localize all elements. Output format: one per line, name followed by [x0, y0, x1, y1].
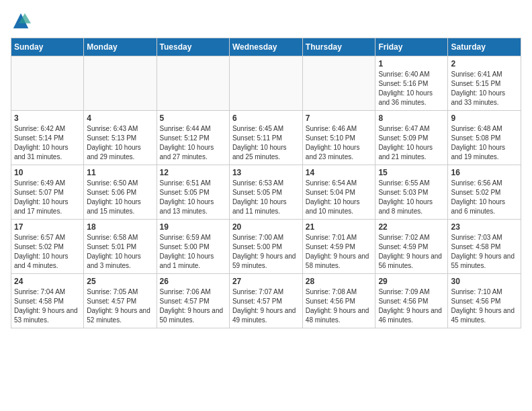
calendar-header-thursday: Thursday: [302, 38, 375, 56]
day-info: Sunrise: 6:47 AMSunset: 5:09 PMDaylight:…: [378, 124, 445, 162]
day-number: 29: [378, 277, 445, 286]
day-info: Sunrise: 7:08 AMSunset: 4:56 PMDaylight:…: [306, 287, 373, 325]
calendar-cell: 6Sunrise: 6:45 AMSunset: 5:11 PMDaylight…: [229, 111, 302, 165]
calendar-header-tuesday: Tuesday: [157, 38, 229, 56]
calendar-cell: 23Sunrise: 7:03 AMSunset: 4:58 PMDayligh…: [448, 220, 521, 274]
calendar-cell: [302, 56, 375, 111]
day-info: Sunrise: 7:09 AMSunset: 4:56 PMDaylight:…: [378, 287, 445, 325]
calendar-header-row: SundayMondayTuesdayWednesdayThursdayFrid…: [11, 38, 521, 56]
day-number: 21: [306, 222, 373, 232]
calendar-cell: 8Sunrise: 6:47 AMSunset: 5:09 PMDaylight…: [375, 111, 448, 165]
calendar-cell: 19Sunrise: 6:59 AMSunset: 5:00 PMDayligh…: [157, 220, 229, 274]
day-info: Sunrise: 6:46 AMSunset: 5:10 PMDaylight:…: [306, 124, 373, 162]
calendar-week-row: 17Sunrise: 6:57 AMSunset: 5:02 PMDayligh…: [11, 220, 521, 274]
day-number: 20: [232, 222, 300, 232]
calendar-cell: 3Sunrise: 6:42 AMSunset: 5:14 PMDaylight…: [11, 111, 84, 165]
day-info: Sunrise: 6:40 AMSunset: 5:16 PMDaylight:…: [378, 70, 445, 107]
calendar-cell: 29Sunrise: 7:09 AMSunset: 4:56 PMDayligh…: [375, 274, 448, 328]
day-number: 10: [14, 168, 81, 177]
day-number: 26: [160, 277, 226, 286]
calendar-cell: 1Sunrise: 6:40 AMSunset: 5:16 PMDaylight…: [375, 56, 448, 111]
day-number: 15: [378, 168, 445, 177]
day-info: Sunrise: 6:48 AMSunset: 5:08 PMDaylight:…: [451, 124, 518, 162]
day-info: Sunrise: 7:01 AMSunset: 4:59 PMDaylight:…: [306, 233, 373, 271]
day-info: Sunrise: 6:43 AMSunset: 5:13 PMDaylight:…: [87, 124, 153, 162]
calendar-header-friday: Friday: [375, 38, 448, 56]
day-number: 24: [14, 277, 81, 286]
day-info: Sunrise: 6:49 AMSunset: 5:07 PMDaylight:…: [14, 179, 81, 216]
calendar-cell: [11, 56, 84, 111]
day-info: Sunrise: 6:51 AMSunset: 5:05 PMDaylight:…: [160, 179, 226, 216]
calendar-cell: [229, 56, 302, 111]
calendar-cell: 26Sunrise: 7:06 AMSunset: 4:57 PMDayligh…: [157, 274, 229, 328]
calendar-cell: 4Sunrise: 6:43 AMSunset: 5:13 PMDaylight…: [84, 111, 157, 165]
day-number: 6: [232, 113, 300, 123]
calendar-header-sunday: Sunday: [11, 38, 84, 56]
calendar-header-monday: Monday: [84, 38, 157, 56]
day-info: Sunrise: 7:10 AMSunset: 4:56 PMDaylight:…: [451, 287, 518, 325]
day-info: Sunrise: 6:41 AMSunset: 5:15 PMDaylight:…: [451, 70, 518, 107]
calendar-week-row: 10Sunrise: 6:49 AMSunset: 5:07 PMDayligh…: [11, 165, 521, 220]
day-info: Sunrise: 6:42 AMSunset: 5:14 PMDaylight:…: [14, 124, 81, 162]
day-number: 12: [160, 168, 226, 177]
day-info: Sunrise: 7:03 AMSunset: 4:58 PMDaylight:…: [451, 233, 518, 271]
calendar-cell: [157, 56, 229, 111]
day-number: 30: [451, 277, 518, 286]
day-number: 14: [306, 168, 373, 177]
day-number: 18: [87, 222, 153, 232]
calendar-cell: 13Sunrise: 6:53 AMSunset: 5:05 PMDayligh…: [229, 165, 302, 220]
calendar-cell: 30Sunrise: 7:10 AMSunset: 4:56 PMDayligh…: [448, 274, 521, 328]
day-info: Sunrise: 6:59 AMSunset: 5:00 PMDaylight:…: [160, 233, 226, 271]
calendar-cell: 27Sunrise: 7:07 AMSunset: 4:57 PMDayligh…: [229, 274, 302, 328]
day-info: Sunrise: 6:54 AMSunset: 5:04 PMDaylight:…: [306, 179, 373, 216]
calendar-header-saturday: Saturday: [448, 38, 521, 56]
calendar-cell: 18Sunrise: 6:58 AMSunset: 5:01 PMDayligh…: [84, 220, 157, 274]
day-number: 13: [232, 168, 300, 177]
day-number: 3: [14, 113, 81, 123]
day-info: Sunrise: 7:07 AMSunset: 4:57 PMDaylight:…: [232, 287, 300, 325]
day-number: 23: [451, 222, 518, 232]
calendar-cell: 14Sunrise: 6:54 AMSunset: 5:04 PMDayligh…: [302, 165, 375, 220]
day-info: Sunrise: 7:04 AMSunset: 4:58 PMDaylight:…: [14, 287, 81, 325]
calendar-cell: 22Sunrise: 7:02 AMSunset: 4:59 PMDayligh…: [375, 220, 448, 274]
calendar-cell: 9Sunrise: 6:48 AMSunset: 5:08 PMDaylight…: [448, 111, 521, 165]
day-number: 5: [160, 113, 226, 123]
day-info: Sunrise: 7:00 AMSunset: 5:00 PMDaylight:…: [232, 233, 300, 271]
calendar-cell: 5Sunrise: 6:44 AMSunset: 5:12 PMDaylight…: [157, 111, 229, 165]
day-number: 28: [306, 277, 373, 286]
calendar-cell: 28Sunrise: 7:08 AMSunset: 4:56 PMDayligh…: [302, 274, 375, 328]
calendar-cell: 7Sunrise: 6:46 AMSunset: 5:10 PMDaylight…: [302, 111, 375, 165]
logo-icon: [11, 11, 31, 31]
day-number: 22: [378, 222, 445, 232]
day-info: Sunrise: 6:50 AMSunset: 5:06 PMDaylight:…: [87, 179, 153, 216]
day-number: 7: [306, 113, 373, 123]
calendar-cell: 12Sunrise: 6:51 AMSunset: 5:05 PMDayligh…: [157, 165, 229, 220]
day-info: Sunrise: 6:45 AMSunset: 5:11 PMDaylight:…: [232, 124, 300, 162]
calendar-cell: 20Sunrise: 7:00 AMSunset: 5:00 PMDayligh…: [229, 220, 302, 274]
day-info: Sunrise: 6:58 AMSunset: 5:01 PMDaylight:…: [87, 233, 153, 271]
calendar-table: SundayMondayTuesdayWednesdayThursdayFrid…: [11, 38, 521, 328]
day-number: 27: [232, 277, 300, 286]
day-info: Sunrise: 7:06 AMSunset: 4:57 PMDaylight:…: [160, 287, 226, 325]
calendar-cell: 10Sunrise: 6:49 AMSunset: 5:07 PMDayligh…: [11, 165, 84, 220]
calendar-cell: 17Sunrise: 6:57 AMSunset: 5:02 PMDayligh…: [11, 220, 84, 274]
calendar-week-row: 1Sunrise: 6:40 AMSunset: 5:16 PMDaylight…: [11, 56, 521, 111]
calendar-cell: 21Sunrise: 7:01 AMSunset: 4:59 PMDayligh…: [302, 220, 375, 274]
day-number: 25: [87, 277, 153, 286]
day-number: 17: [14, 222, 81, 232]
calendar-header-wednesday: Wednesday: [229, 38, 302, 56]
day-number: 2: [451, 59, 518, 68]
calendar-cell: 16Sunrise: 6:56 AMSunset: 5:02 PMDayligh…: [448, 165, 521, 220]
calendar-week-row: 24Sunrise: 7:04 AMSunset: 4:58 PMDayligh…: [11, 274, 521, 328]
day-info: Sunrise: 7:05 AMSunset: 4:57 PMDaylight:…: [87, 287, 153, 325]
calendar-cell: 11Sunrise: 6:50 AMSunset: 5:06 PMDayligh…: [84, 165, 157, 220]
logo: [11, 11, 32, 31]
calendar-cell: 25Sunrise: 7:05 AMSunset: 4:57 PMDayligh…: [84, 274, 157, 328]
day-info: Sunrise: 7:02 AMSunset: 4:59 PMDaylight:…: [378, 233, 445, 271]
day-number: 11: [87, 168, 153, 177]
page-header: [11, 11, 521, 31]
day-info: Sunrise: 6:57 AMSunset: 5:02 PMDaylight:…: [14, 233, 81, 271]
day-number: 16: [451, 168, 518, 177]
calendar-week-row: 3Sunrise: 6:42 AMSunset: 5:14 PMDaylight…: [11, 111, 521, 165]
day-info: Sunrise: 6:44 AMSunset: 5:12 PMDaylight:…: [160, 124, 226, 162]
